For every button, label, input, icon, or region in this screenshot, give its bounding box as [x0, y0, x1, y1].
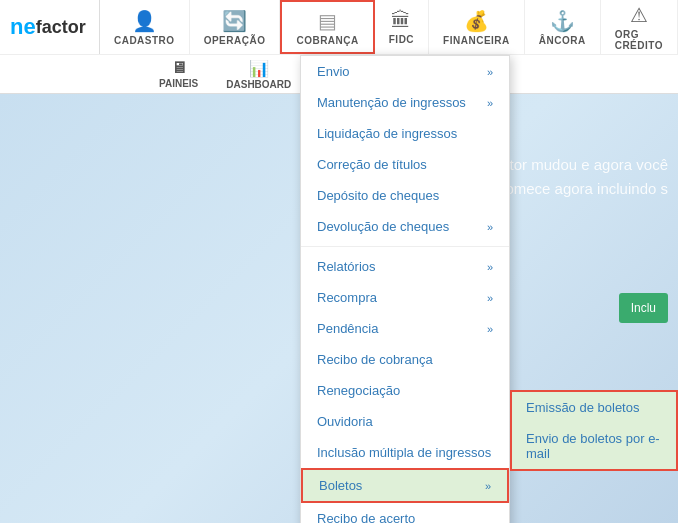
org-credito-icon: ⚠ — [630, 3, 648, 27]
nav-org-credito[interactable]: ⚠ ORG CRÉDITO — [601, 0, 678, 54]
top-navigation: ne factor 👤 CADASTRO 🔄 OPERAÇÃO ▤ COBRAN… — [0, 0, 678, 55]
paineis-icon: 🖥 — [171, 59, 187, 77]
menu-manutencao[interactable]: Manutenção de ingressos » — [301, 87, 509, 118]
envio-arrow: » — [487, 66, 493, 78]
nav-cadastro[interactable]: 👤 CADASTRO — [100, 0, 190, 54]
cobranca-label: COBRANÇA — [296, 35, 358, 46]
menu-boletos[interactable]: Boletos » — [301, 468, 509, 503]
menu-recibo-acerto[interactable]: Recibo de acerto — [301, 503, 509, 523]
boletos-sub-dropdown: Emissão de boletos Envio de boletos por … — [510, 390, 678, 471]
cadastro-label: CADASTRO — [114, 35, 175, 46]
menu-recibo-cobranca[interactable]: Recibo de cobrança — [301, 344, 509, 375]
ancora-icon: ⚓ — [550, 9, 575, 33]
dashboard-label: DASHBOARD — [226, 79, 291, 90]
nav-cobranca[interactable]: ▤ COBRANÇA — [280, 0, 374, 54]
nav-ancora[interactable]: ⚓ ÂNCORA — [525, 0, 601, 54]
operacao-label: OPERAÇÃO — [204, 35, 266, 46]
dashboard-icon: 📊 — [249, 59, 269, 78]
nav-fidc[interactable]: 🏛 FIDC — [375, 0, 429, 54]
logo: ne factor — [0, 0, 100, 54]
logo-ne: ne — [10, 14, 36, 40]
boletos-arrow: » — [485, 480, 491, 492]
sub-dashboard[interactable]: 📊 DASHBOARD — [212, 55, 305, 93]
nav-operacao[interactable]: 🔄 OPERAÇÃO — [190, 0, 281, 54]
operacao-icon: 🔄 — [222, 9, 247, 33]
paineis-label: PAINEIS — [159, 78, 198, 89]
fidc-icon: 🏛 — [391, 9, 411, 32]
menu-recompra[interactable]: Recompra » — [301, 282, 509, 313]
include-button[interactable]: Inclu — [619, 293, 668, 323]
pendencia-arrow: » — [487, 323, 493, 335]
emissao-boletos[interactable]: Emissão de boletos — [512, 392, 676, 423]
envio-email[interactable]: Envio de boletos por e-mail — [512, 423, 676, 469]
recompra-arrow: » — [487, 292, 493, 304]
financeira-icon: 💰 — [464, 9, 489, 33]
cobranca-dropdown: Envio » Manutenção de ingressos » Liquid… — [300, 55, 510, 523]
fidc-label: FIDC — [389, 34, 414, 45]
menu-devolucao[interactable]: Devolução de cheques » — [301, 211, 509, 242]
sub-paineis[interactable]: 🖥 PAINEIS — [145, 55, 212, 93]
menu-correcao[interactable]: Correção de títulos — [301, 149, 509, 180]
menu-ouvidoria[interactable]: Ouvidoria — [301, 406, 509, 437]
cobranca-icon: ▤ — [318, 9, 337, 33]
divider-1 — [301, 246, 509, 247]
bg-text: ctor mudou e agora você Comece agora inc… — [495, 153, 668, 201]
nav-financeira[interactable]: 💰 FINANCEIRA — [429, 0, 525, 54]
menu-liquidacao[interactable]: Liquidação de ingressos — [301, 118, 509, 149]
org-credito-label: ORG CRÉDITO — [615, 29, 663, 51]
ancora-label: ÂNCORA — [539, 35, 586, 46]
logo-factor: factor — [36, 17, 86, 38]
menu-renegociacao[interactable]: Renegociação — [301, 375, 509, 406]
manutencao-arrow: » — [487, 97, 493, 109]
relatorios-arrow: » — [487, 261, 493, 273]
menu-envio[interactable]: Envio » — [301, 56, 509, 87]
financeira-label: FINANCEIRA — [443, 35, 510, 46]
devolucao-arrow: » — [487, 221, 493, 233]
menu-pendencia[interactable]: Pendência » — [301, 313, 509, 344]
menu-inclusao[interactable]: Inclusão múltipla de ingressos — [301, 437, 509, 468]
menu-relatorios[interactable]: Relatórios » — [301, 251, 509, 282]
menu-deposito[interactable]: Depósito de cheques — [301, 180, 509, 211]
cadastro-icon: 👤 — [132, 9, 157, 33]
nav-items: 👤 CADASTRO 🔄 OPERAÇÃO ▤ COBRANÇA 🏛 FIDC … — [100, 0, 678, 54]
